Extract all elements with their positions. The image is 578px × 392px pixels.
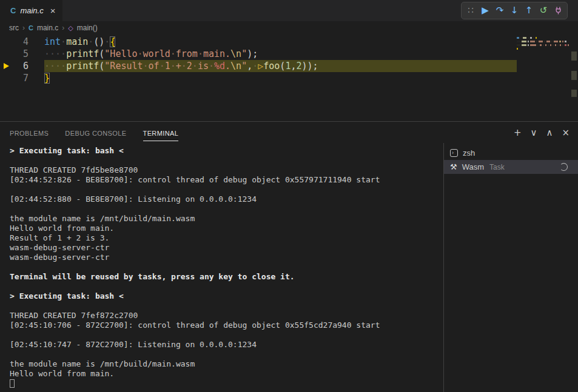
terminal-line [10, 330, 443, 340]
panel-tab-debug-console[interactable]: DEBUG CONSOLE [65, 124, 126, 141]
terminal-line: Result of 1 + 2 is 3. [10, 233, 443, 243]
panel-body: > Executing task: bash < THREAD CREATED … [0, 143, 578, 392]
terminal-line: the module name is /mnt/build/main.wasm [10, 214, 443, 224]
editor-tab-bar: C main.c × ∷▶↷↓↑↺ [0, 0, 578, 21]
panel-tabs: PROBLEMSDEBUG CONSOLETERMINAL [10, 124, 178, 141]
terminal-line [10, 262, 443, 272]
terminal-line [10, 282, 443, 291]
chevron-right-icon: › [22, 24, 25, 32]
terminal-line [10, 156, 443, 165]
continue-button[interactable]: ▶ [478, 3, 492, 18]
terminal-line: [02:45:10:747 - 872C2700]: Listening on … [10, 340, 443, 350]
debug-toolbar: ∷▶↷↓↑↺ [461, 2, 568, 19]
terminal-output[interactable]: > Executing task: bash < THREAD CREATED … [0, 143, 443, 392]
code-line[interactable]: 6····printf("Result·of·1·+·2·is·%d.\n",·… [0, 60, 578, 72]
terminal-line: [02:44:52:880 - BE8E8700]: Listening on … [10, 194, 443, 204]
terminal-line: THREAD CREATED 7fd5be8e8700 [10, 165, 443, 175]
terminal-line: > Executing task: bash < [10, 146, 443, 156]
overview-ruler[interactable] [570, 35, 578, 121]
overview-mark [571, 90, 577, 97]
terminal-line [10, 185, 443, 194]
editor-gutter[interactable]: 7 [0, 72, 44, 84]
terminal-line: [02:45:10:706 - 872C2700]: control threa… [10, 321, 443, 330]
overview-mark [571, 71, 577, 80]
terminal-line: wasm-debug-server-ctr [10, 243, 443, 253]
terminal-line: Hello world from main. [10, 369, 443, 379]
bottom-panel: PROBLEMSDEBUG CONSOLETERMINAL +∨∧× > Exe… [0, 121, 578, 392]
breadcrumb-main-c[interactable]: main.c [37, 24, 58, 32]
terminal-cursor [10, 379, 15, 388]
editor-gutter[interactable]: 4 [0, 36, 44, 48]
terminal-line: wasm-debug-server-ctr [10, 253, 443, 262]
step-over-button[interactable]: ↷ [492, 3, 507, 18]
maximize-panel-button[interactable]: ∧ [546, 128, 553, 138]
terminal-list-item-label: Wasm [462, 162, 484, 171]
chevron-right-icon: › [62, 24, 64, 32]
line-number: 5 [23, 48, 29, 60]
step-into-target-icon: ▷ [258, 61, 263, 71]
editor-lines: 4int·main·()·{5····printf("Hello·world·f… [0, 36, 578, 84]
terminal-line: Terminal will be reused by tasks, press … [10, 272, 443, 282]
line-number: 6 [23, 60, 29, 72]
terminal-list: ›zsh⚒WasmTask [443, 143, 578, 392]
code-line[interactable]: 5····printf("Hello·world·from·main.\n"); [0, 48, 578, 60]
loading-spinner-icon [560, 163, 568, 171]
tab-close-icon[interactable]: × [50, 6, 56, 15]
line-number: 4 [23, 36, 29, 48]
terminal-line [10, 350, 443, 359]
editor-gutter[interactable]: 6 [0, 60, 44, 72]
code-line[interactable]: 4int·main·()·{ [0, 36, 578, 48]
tools-icon: ⚒ [450, 162, 457, 171]
terminal-icon: › [450, 149, 458, 157]
breadcrumb-src[interactable]: src [9, 24, 19, 32]
toolbar-drag-handle[interactable]: ∷ [463, 3, 478, 18]
terminal-line [10, 301, 443, 311]
tab-main-c[interactable]: C main.c × [0, 0, 62, 21]
restart-button[interactable]: ↺ [536, 3, 551, 18]
c-file-icon: C [29, 24, 33, 32]
terminal-line: Hello world from main. [10, 224, 443, 233]
breadcrumb: src › C main.c › ◇ main() [0, 21, 578, 35]
step-into-button[interactable]: ↓ [507, 3, 522, 18]
terminal-list-item-detail: Task [489, 163, 505, 171]
c-file-icon: C [10, 6, 16, 15]
plug-icon [554, 6, 563, 15]
close-panel-button[interactable]: × [562, 128, 570, 138]
terminal-list-item-zsh[interactable]: ›zsh [444, 146, 578, 160]
overview-mark [571, 51, 577, 61]
terminal-line: [02:44:52:826 - BE8E8700]: control threa… [10, 175, 443, 185]
terminal-line: the module name is /mnt/build/main.wasm [10, 359, 443, 369]
line-number: 7 [23, 72, 29, 84]
panel-header: PROBLEMSDEBUG CONSOLETERMINAL +∨∧× [0, 122, 578, 143]
current-statement-arrow-icon [4, 63, 9, 69]
panel-tab-problems[interactable]: PROBLEMS [10, 124, 49, 141]
terminal-list-item-label: zsh [463, 148, 475, 158]
disconnect-button[interactable] [551, 3, 565, 18]
terminal-list-item-wasm[interactable]: ⚒WasmTask [444, 160, 578, 174]
terminal-line: > Executing task: bash < [10, 291, 443, 301]
vscode-window: C main.c × ∷▶↷↓↑↺ src › C main.c › ◇ mai… [0, 0, 578, 392]
terminal-line: THREAD CREATED 7fef872c2700 [10, 311, 443, 321]
breadcrumb-main-fn[interactable]: main() [77, 24, 98, 32]
code-editor[interactable]: 4int·main·()·{5····printf("Hello·world·f… [0, 35, 578, 121]
new-terminal-button[interactable]: + [514, 128, 522, 138]
panel-tab-terminal[interactable]: TERMINAL [143, 124, 179, 141]
terminal-line [10, 204, 443, 214]
minimap[interactable] [517, 37, 570, 51]
editor-gutter[interactable]: 5 [0, 48, 44, 60]
symbol-method-icon: ◇ [68, 24, 73, 32]
panel-actions: +∨∧× [514, 128, 570, 138]
code-line[interactable]: 7} [0, 72, 578, 84]
tab-label: main.c [20, 6, 43, 15]
step-out-button[interactable]: ↑ [522, 3, 536, 18]
terminal-profile-dropdown[interactable]: ∨ [530, 128, 537, 138]
